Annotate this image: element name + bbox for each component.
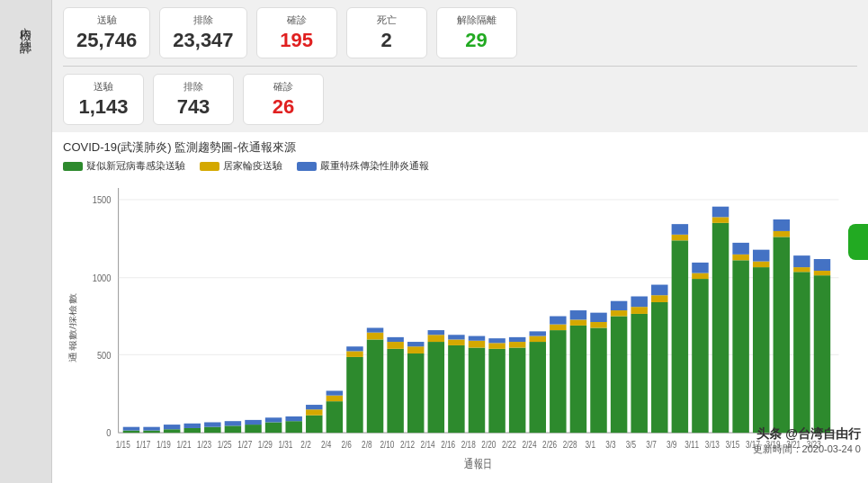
svg-rect-78 [631,307,647,314]
green-circle-button[interactable] [848,224,868,260]
stat-value-確診-1: 195 [270,29,324,52]
svg-rect-47 [428,342,444,433]
legend-label-green: 疑似新冠病毒感染送驗 [86,159,185,173]
legend-color-green [63,162,83,171]
stat-value-解除隔離-1: 29 [450,29,504,52]
svg-rect-66 [550,325,566,330]
stat-value-排除-2: 743 [166,95,220,119]
svg-rect-19 [204,427,220,433]
svg-rect-36 [346,351,362,356]
svg-text:2/26: 2/26 [542,440,557,450]
stat-value-送驗-2: 1,143 [76,95,130,119]
chart-title: COVID-19(武漢肺炎) 監測趨勢圖-依通報來源 [63,139,857,156]
svg-text:1/15: 1/15 [116,440,130,450]
svg-text:2/18: 2/18 [461,440,476,450]
svg-text:1/29: 1/29 [258,440,273,450]
svg-rect-31 [306,405,322,409]
svg-rect-69 [570,319,586,325]
svg-rect-71 [590,328,606,434]
svg-rect-77 [631,314,647,433]
svg-rect-39 [367,333,383,340]
main-content: 送驗 25,746 排除 23,347 確診 195 死亡 2 解除隔離 29 [52,0,868,483]
divider-1 [63,66,857,67]
svg-rect-49 [428,330,444,335]
svg-rect-70 [570,310,586,319]
svg-rect-34 [327,390,343,395]
svg-text:2/8: 2/8 [362,440,371,450]
svg-rect-42 [387,342,403,349]
svg-rect-52 [448,335,464,339]
svg-rect-13 [143,431,159,434]
svg-rect-102 [793,267,810,272]
stat-value-排除-1: 23,347 [173,29,233,52]
svg-rect-43 [387,337,403,342]
svg-rect-15 [164,429,180,433]
svg-rect-32 [327,401,343,433]
stat-box-送驗-total: 送驗 25,746 [63,7,150,58]
svg-rect-41 [387,349,403,433]
chart-section: COVID-19(武漢肺炎) 監測趨勢圖-依通報來源 疑似新冠病毒感染送驗 居家… [52,132,868,483]
svg-text:3/5: 3/5 [626,440,636,450]
svg-rect-24 [245,420,261,425]
svg-rect-96 [753,262,769,267]
svg-rect-68 [570,326,586,433]
svg-text:3/9: 3/9 [667,440,676,450]
svg-text:1/19: 1/19 [157,440,171,450]
svg-rect-80 [651,302,667,433]
legend-item-blue: 嚴重特殊傳染性肺炎通報 [297,159,429,173]
svg-text:3/13: 3/13 [705,440,720,450]
stat-box-死亡-total: 死亡 2 [346,7,427,58]
svg-rect-99 [774,231,790,237]
svg-rect-44 [407,353,424,433]
svg-rect-81 [651,295,667,302]
svg-rect-17 [184,428,201,433]
svg-rect-97 [753,250,769,262]
svg-rect-73 [590,313,606,322]
svg-rect-94 [732,243,748,255]
sidebar-label-1: 內檢 [18,18,34,22]
stat-box-排除-daily: 排除 743 [153,74,234,125]
svg-rect-38 [367,339,383,433]
svg-text:500: 500 [97,349,112,361]
svg-rect-85 [672,224,688,235]
stat-label-排除-2: 排除 [166,80,220,94]
svg-rect-23 [245,425,261,433]
svg-rect-26 [265,417,282,422]
legend-label-blue: 嚴重特殊傳染性肺炎通報 [320,159,429,173]
svg-text:1/17: 1/17 [136,440,150,450]
svg-text:2/14: 2/14 [421,440,435,450]
svg-rect-35 [346,357,362,433]
svg-text:1000: 1000 [93,272,112,283]
svg-text:2/12: 2/12 [400,440,415,450]
stat-label-送驗-1: 送驗 [76,13,137,27]
svg-rect-90 [712,217,729,222]
chart-container: 0 500 1000 1500 通報數/採檢數 [63,176,857,479]
svg-rect-105 [814,271,830,275]
stat-value-死亡-1: 2 [360,29,414,52]
svg-text:1/23: 1/23 [197,440,211,450]
svg-rect-48 [428,335,444,342]
svg-rect-101 [793,272,810,433]
svg-rect-72 [590,322,606,327]
stat-label-確診-2: 確診 [256,80,310,94]
svg-text:通報日: 通報日 [464,457,493,470]
svg-rect-75 [611,310,627,316]
stats-section: 送驗 25,746 排除 23,347 確診 195 死亡 2 解除隔離 29 [52,0,868,132]
legend-item-yellow: 居家輪疫送驗 [200,159,282,173]
svg-rect-37 [346,346,362,351]
svg-rect-11 [123,431,139,434]
svg-rect-93 [732,255,748,260]
svg-text:3/15: 3/15 [725,440,739,450]
svg-rect-82 [651,285,667,296]
svg-rect-74 [611,317,627,434]
svg-text:2/22: 2/22 [502,440,516,450]
svg-rect-54 [469,341,485,348]
stat-box-確診-daily: 確診 26 [243,74,324,125]
svg-rect-56 [488,349,505,433]
svg-rect-21 [225,425,241,433]
svg-text:1500: 1500 [93,193,112,205]
svg-rect-67 [550,317,566,325]
svg-text:1/31: 1/31 [278,440,292,450]
svg-text:2/10: 2/10 [380,440,394,450]
svg-rect-29 [306,416,322,433]
